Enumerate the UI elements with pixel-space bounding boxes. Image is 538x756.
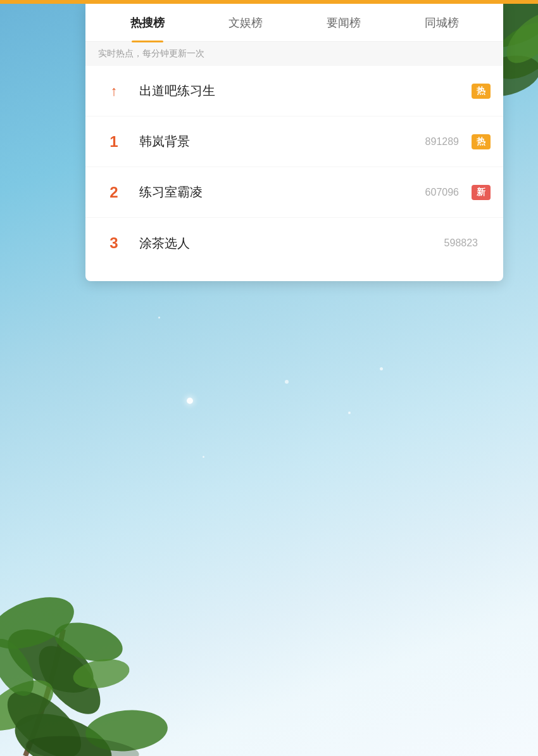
- tab-entertainment[interactable]: 文娱榜: [196, 4, 294, 42]
- rank-0: ↑: [98, 83, 130, 99]
- subtitle-bar: 实时热点，每分钟更新一次: [85, 42, 503, 66]
- badge-2: 新: [472, 185, 491, 200]
- sparkle-3: [285, 380, 289, 384]
- item-count-1: 891289: [425, 136, 459, 148]
- main-card: 热搜榜 文娱榜 要闻榜 同城榜 实时热点，每分钟更新一次 ↑ 出道吧练习生 热 …: [85, 4, 503, 281]
- tab-hot[interactable]: 热搜榜: [98, 4, 196, 42]
- top-bar: [0, 0, 538, 4]
- rank-arrow-icon: ↑: [111, 83, 118, 99]
- subtitle-text: 实时热点，每分钟更新一次: [98, 48, 204, 58]
- list-item[interactable]: 3 涂茶选人 598823: [85, 218, 503, 268]
- item-count-3: 598823: [444, 237, 478, 249]
- sparkle-5: [203, 456, 204, 458]
- rank-2: 2: [98, 184, 130, 201]
- sparkle-6: [380, 367, 383, 370]
- item-title-2: 练习室霸凌: [139, 184, 425, 201]
- tab-news[interactable]: 要闻榜: [294, 4, 392, 42]
- item-count-2: 607096: [425, 187, 459, 198]
- sparkle-2: [158, 317, 160, 318]
- leaf-svg-bottom: [0, 376, 203, 756]
- item-title-3: 涂茶选人: [139, 235, 444, 252]
- item-title-0: 出道吧练习生: [139, 82, 459, 99]
- item-title-1: 韩岚背景: [139, 133, 425, 150]
- sparkle-4: [348, 412, 351, 414]
- badge-0: 热: [472, 84, 491, 99]
- sparkle-large: [187, 398, 193, 404]
- badge-1: 热: [472, 134, 491, 149]
- list-item[interactable]: 2 练习室霸凌 607096 新: [85, 167, 503, 218]
- leaf-bottom-left: [0, 376, 203, 756]
- rank-3: 3: [98, 234, 130, 252]
- rank-1: 1: [98, 133, 130, 151]
- tab-local[interactable]: 同城榜: [392, 4, 491, 42]
- list-item[interactable]: ↑ 出道吧练习生 热: [85, 66, 503, 117]
- list-item[interactable]: 1 韩岚背景 891289 热: [85, 117, 503, 167]
- tabs-container: 热搜榜 文娱榜 要闻榜 同城榜: [85, 4, 503, 42]
